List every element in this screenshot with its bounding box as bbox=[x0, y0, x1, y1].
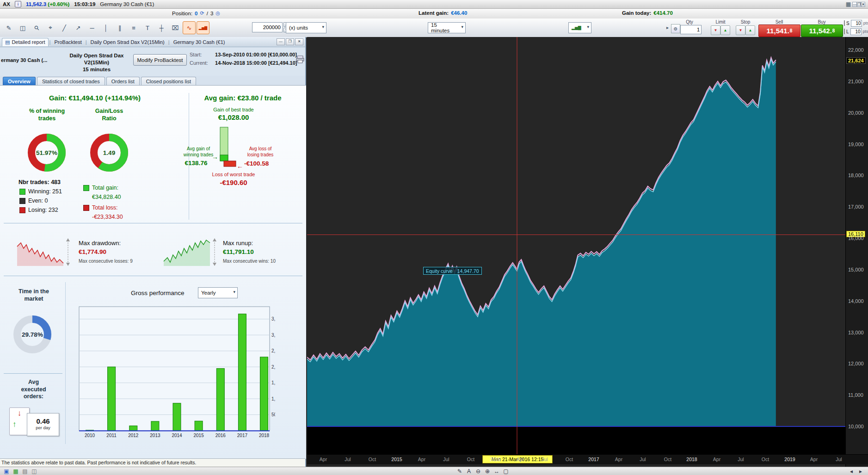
modify-probacktest-button[interactable]: Modify ProBacktest bbox=[133, 54, 187, 66]
equity-curve-tooltip: Equity curve 14,947.70 bbox=[423, 267, 482, 275]
pan-icon[interactable]: ↔ bbox=[492, 468, 501, 475]
limit-buy-button[interactable]: ▲ bbox=[720, 25, 730, 35]
order-down-arrow-icon: ↓ bbox=[10, 408, 29, 419]
x-axis-label: Oct bbox=[566, 456, 573, 462]
x-axis-label: Jul bbox=[640, 456, 646, 462]
tab-closed-positions-list[interactable]: Closed positions list bbox=[141, 77, 196, 85]
parallel-lines-tool-icon[interactable]: ∥ bbox=[113, 21, 126, 34]
buy-button[interactable]: 11,542.8 bbox=[801, 25, 843, 37]
x-axis-label: Jul bbox=[443, 456, 449, 462]
window-titlebar: AX i 11,542.3 (+0.60%) 15:03:19 Germany … bbox=[0, 0, 868, 9]
start-value: 13-Sep-2010 01:00:00 bbox=[215, 52, 266, 57]
equity-chart-window[interactable]: 21,624 16,110 22,00021,00020,00019,00018… bbox=[307, 37, 868, 467]
svg-text:2014: 2014 bbox=[172, 433, 182, 438]
x-axis-label: Oct bbox=[467, 456, 474, 462]
order-qty-input[interactable] bbox=[680, 25, 702, 34]
limit-sell-button[interactable]: ▼ bbox=[711, 25, 720, 35]
legend-label: Winning: 251 bbox=[28, 188, 62, 195]
layout-icon[interactable]: ◫ bbox=[30, 468, 39, 475]
probacktest-curve-icon[interactable]: ∿ bbox=[183, 21, 196, 34]
x-axis-label: Oct bbox=[369, 456, 376, 462]
window-tab[interactable]: ProBacktest bbox=[51, 38, 84, 46]
fibonacci-tool-icon[interactable]: ≡ bbox=[127, 21, 140, 34]
window-icon[interactable]: ▣ bbox=[2, 468, 11, 475]
list-window-icon[interactable]: ▤ bbox=[20, 468, 30, 475]
scroll-right-icon[interactable]: ▸ bbox=[856, 468, 865, 475]
x-axis-label: Apr bbox=[320, 456, 327, 462]
pencil-tool-icon[interactable]: ✎ bbox=[2, 21, 15, 34]
hline-tool-icon[interactable]: ─ bbox=[86, 21, 98, 34]
printer-icon[interactable] bbox=[296, 56, 304, 64]
position-value: 0 bbox=[195, 11, 197, 16]
fullscreen-icon[interactable]: ▢ bbox=[501, 468, 511, 475]
sell-button[interactable]: 11,541.8 bbox=[758, 25, 800, 37]
stop-sell-button[interactable]: ▼ bbox=[736, 25, 745, 35]
max-runup-label: Max runup: bbox=[223, 240, 253, 247]
current-label: Current: bbox=[190, 59, 214, 68]
minimize-button[interactable]: — bbox=[852, 2, 857, 7]
segment-tool-icon[interactable]: ╱ bbox=[58, 21, 71, 34]
layout-grid-icon[interactable]: ▦ bbox=[846, 1, 851, 7]
tab-statistics-of-closed-trades[interactable]: Statistics of closed trades bbox=[37, 77, 105, 85]
refresh-icon[interactable]: ⟳ bbox=[200, 10, 204, 16]
quantity-input[interactable] bbox=[252, 22, 283, 32]
vline-tool-icon[interactable]: │ bbox=[99, 21, 112, 34]
legend-item: Winning: 251 bbox=[19, 188, 62, 195]
zoom-in-icon[interactable]: ⊕ bbox=[483, 468, 492, 475]
panel-expander-icon[interactable]: ▸ bbox=[666, 25, 669, 30]
delete-tool-icon[interactable]: ⌧ bbox=[169, 21, 182, 34]
stop-checkbox[interactable] bbox=[844, 20, 845, 26]
probacktest-bars-icon[interactable]: ▂▅▇ bbox=[197, 21, 209, 34]
window-tab[interactable]: Germany 30 Cash (€1) bbox=[171, 38, 228, 46]
svg-text:3,000: 3,000 bbox=[271, 333, 275, 338]
scroll-left-icon[interactable]: ◂ bbox=[847, 468, 856, 475]
close-button[interactable]: ✕ bbox=[861, 2, 865, 7]
window-tab[interactable]: ▤Detailed report bbox=[2, 38, 49, 46]
x-axis-label: Jul bbox=[836, 456, 842, 462]
tab-overview[interactable]: Overview bbox=[3, 77, 36, 85]
order-settings-icon[interactable]: ⚙ bbox=[671, 24, 680, 33]
minimize-button[interactable]: — bbox=[277, 38, 285, 45]
timeframe-select-value: 15 minutes bbox=[431, 22, 457, 33]
last-price: 11,542.3 bbox=[26, 1, 46, 7]
gross-performance-period-select[interactable]: Yearly bbox=[198, 287, 238, 298]
info-icon[interactable]: i bbox=[15, 1, 21, 7]
eraser-tool-icon[interactable]: ◫ bbox=[16, 21, 29, 34]
cross-tool-icon[interactable]: ┼ bbox=[155, 21, 168, 34]
ray-tool-icon[interactable]: ↗ bbox=[72, 21, 85, 34]
instrument-name: Germany 30 Cash (€1) bbox=[100, 1, 154, 7]
tab-orders-list[interactable]: Orders list bbox=[106, 77, 140, 85]
svg-text:2,000: 2,000 bbox=[271, 364, 275, 370]
timeframe-select[interactable]: 15 minutes bbox=[428, 22, 466, 33]
chart-type-select[interactable]: ▂▅▇ bbox=[568, 22, 591, 33]
svg-text:2011: 2011 bbox=[106, 433, 117, 438]
main-toolbar: ✎◫⚲⌖╱↗─│∥≡T┼⌧∿▂▅▇ (x) units 15 minutes ▂… bbox=[0, 19, 868, 37]
overview-panel: Gain: €11,494.10 (+114.94%) Avg gain: €2… bbox=[0, 85, 306, 459]
target-icon[interactable]: ◎ bbox=[215, 10, 220, 16]
stop-checkbox-label: S bbox=[846, 21, 850, 26]
crosshair-tool-icon[interactable]: ⌖ bbox=[44, 21, 57, 34]
maximize-button[interactable]: ❐ bbox=[286, 38, 294, 45]
zoom-tool-icon[interactable]: ⚲ bbox=[27, 19, 46, 37]
equity-x-axis[interactable]: Mon 21-Mar-2016 12:15 AprJulOct2015AprJu… bbox=[307, 454, 868, 464]
limit-points-input[interactable] bbox=[850, 28, 862, 35]
maximize-button[interactable]: ❐ bbox=[857, 2, 861, 7]
chart-window-icon[interactable]: ▦ bbox=[11, 468, 20, 475]
equity-y-axis[interactable]: 21,624 16,110 22,00021,00020,00019,00018… bbox=[845, 37, 868, 467]
chart-type-icon: ▂▅▇ bbox=[572, 25, 581, 30]
y-axis-label: 15,000 bbox=[848, 267, 864, 272]
text-label-icon[interactable]: A bbox=[464, 468, 474, 475]
stop-buy-button[interactable]: ▲ bbox=[745, 25, 755, 35]
max-drawdown-label: Max drawdown: bbox=[79, 240, 121, 247]
zoom-out-icon[interactable]: ⊖ bbox=[474, 468, 483, 475]
text-tool-icon[interactable]: T bbox=[141, 21, 154, 34]
limit-checkbox[interactable] bbox=[844, 29, 845, 34]
window-tab[interactable]: Daily Open Strad Dax V2(15Min) bbox=[88, 38, 167, 46]
last-value-badge: 21,624 bbox=[846, 57, 866, 64]
stop-points-input[interactable] bbox=[851, 20, 862, 27]
avg-loss-label: Avg loss oflosing trades bbox=[240, 146, 280, 158]
annotate-pencil-icon[interactable]: ✎ bbox=[455, 468, 464, 475]
units-select[interactable]: (x) units bbox=[286, 22, 326, 33]
close-button[interactable]: ✕ bbox=[295, 38, 303, 45]
report-header: ermany 30 Cash (... Daily Open Strad Dax… bbox=[0, 47, 305, 76]
